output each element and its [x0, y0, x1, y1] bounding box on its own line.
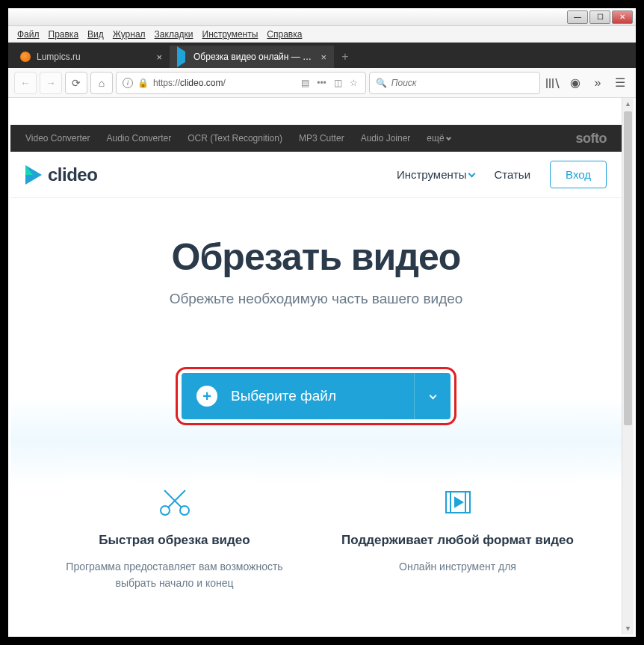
library-icon[interactable] — [543, 72, 563, 94]
url-text: https://clideo.com/ — [153, 78, 295, 88]
search-field[interactable]: 🔍 — [369, 72, 540, 94]
nav-forward-button[interactable]: → — [40, 72, 62, 94]
sidebar-icon[interactable]: ◉ — [566, 72, 585, 94]
cta-dropdown-toggle[interactable] — [430, 390, 436, 402]
menu-edit[interactable]: Правка — [44, 28, 84, 41]
feature-desc: Онлайн инструмент для — [331, 558, 584, 575]
site-info-icon[interactable]: i — [123, 78, 133, 88]
softo-toolbar: Video Converter Audio Converter OCR (Tex… — [10, 125, 622, 152]
menu-help[interactable]: Справка — [262, 28, 306, 41]
window-close-button[interactable]: ✕ — [612, 10, 633, 24]
features-section: Быстрая обрезка видео Программа предоста… — [10, 485, 622, 607]
nav-articles-link[interactable]: Статьи — [494, 168, 530, 181]
lock-icon: 🔒 — [137, 78, 149, 88]
favicon-clideo-icon — [177, 52, 188, 62]
menu-history[interactable]: Журнал — [108, 28, 150, 41]
softo-link-audio-converter[interactable]: Audio Converter — [107, 133, 172, 143]
clideo-logo-text: clideo — [48, 164, 97, 185]
tab-label: Lumpics.ru — [37, 52, 81, 62]
reader-mode-icon[interactable]: ▤ — [300, 78, 311, 88]
search-icon: 🔍 — [376, 78, 387, 88]
tab-lumpics[interactable]: Lumpics.ru × — [13, 46, 170, 68]
window-minimize-button[interactable]: — — [567, 10, 588, 24]
chevron-down-icon — [468, 170, 476, 178]
softo-link-audio-joiner[interactable]: Audio Joiner — [361, 133, 411, 143]
feature-format-support: Поддерживает любой формат видео Онлайн и… — [316, 485, 599, 592]
new-tab-button[interactable]: + — [334, 46, 356, 68]
menu-file[interactable]: Файл — [13, 28, 44, 41]
tab-close-icon[interactable]: × — [321, 52, 326, 63]
svg-line-3 — [164, 490, 182, 507]
tracking-shield-icon[interactable]: ◫ — [332, 78, 344, 88]
clideo-logo-icon — [25, 165, 42, 185]
svg-line-2 — [168, 490, 185, 507]
cta-section: + Выберите файл — [10, 337, 622, 485]
page-actions-icon[interactable]: ••• — [315, 78, 328, 88]
choose-file-button[interactable]: + Выберите файл — [182, 373, 451, 419]
nav-back-button[interactable]: ← — [14, 72, 37, 94]
site-header: clideo Инструменты Статьи Вход — [10, 152, 622, 198]
softo-logo: softo — [576, 131, 607, 146]
window-titlebar: — ☐ ✕ — [8, 8, 636, 26]
page-subtitle: Обрежьте необходимую часть вашего видео — [25, 291, 607, 307]
menu-bookmarks[interactable]: Закладки — [150, 28, 198, 41]
page-title: Обрезать видео — [25, 235, 607, 279]
cta-label: Выберите файл — [231, 388, 336, 404]
nav-reload-button[interactable]: ⟳ — [65, 72, 87, 94]
hero-section: Обрезать видео Обрежьте необходимую част… — [10, 198, 622, 337]
address-toolbar: ← → ⟳ ⌂ i 🔒 https://clideo.com/ ▤ ••• ◫ … — [8, 68, 636, 98]
hamburger-menu-icon[interactable]: ☰ — [610, 72, 630, 94]
vertical-scrollbar[interactable]: ▲ ▼ — [622, 98, 634, 635]
window-maximize-button[interactable]: ☐ — [589, 10, 610, 24]
login-button[interactable]: Вход — [550, 161, 607, 188]
softo-more-dropdown[interactable]: ещё — [427, 133, 451, 143]
softo-link-video-converter[interactable]: Video Converter — [25, 133, 90, 143]
video-format-icon — [331, 485, 584, 519]
plus-icon: + — [196, 386, 217, 407]
bookmark-star-icon[interactable]: ☆ — [348, 78, 359, 88]
search-input[interactable] — [391, 78, 533, 88]
annotation-highlight: + Выберите файл — [176, 367, 456, 425]
feature-title: Быстрая обрезка видео — [48, 533, 301, 548]
tab-close-icon[interactable]: × — [156, 52, 162, 63]
clideo-logo[interactable]: clideo — [25, 164, 97, 185]
scrollbar-thumb[interactable] — [624, 111, 632, 425]
menu-bar: Файл Правка Вид Журнал Закладки Инструме… — [8, 26, 636, 43]
menu-view[interactable]: Вид — [83, 28, 108, 41]
feature-fast-cut: Быстрая обрезка видео Программа предоста… — [33, 485, 316, 592]
nav-tools-dropdown[interactable]: Инструменты — [397, 168, 475, 181]
softo-link-ocr[interactable]: OCR (Text Recognition) — [188, 133, 282, 143]
svg-marker-7 — [455, 498, 462, 507]
feature-desc: Программа предоставляет вам возможность … — [48, 558, 301, 592]
scroll-down-arrow[interactable]: ▼ — [622, 623, 634, 635]
softo-link-mp3-cutter[interactable]: MP3 Cutter — [299, 133, 344, 143]
chevron-down-icon — [446, 135, 451, 141]
tab-clideo[interactable]: Обрезка видео онлайн — Обр × — [170, 46, 334, 68]
scroll-up-arrow[interactable]: ▲ — [622, 98, 634, 110]
overflow-icon[interactable]: » — [588, 72, 607, 94]
tab-bar: Lumpics.ru × Обрезка видео онлайн — Обр … — [8, 43, 636, 68]
favicon-lumpics-icon — [20, 52, 31, 62]
address-field[interactable]: i 🔒 https://clideo.com/ ▤ ••• ◫ ☆ — [116, 72, 366, 94]
nav-home-button[interactable]: ⌂ — [90, 72, 113, 94]
tab-label: Обрезка видео онлайн — Обр — [193, 52, 315, 62]
feature-title: Поддерживает любой формат видео — [331, 533, 584, 548]
menu-tools[interactable]: Инструменты — [198, 28, 263, 41]
scissors-icon — [48, 485, 301, 519]
